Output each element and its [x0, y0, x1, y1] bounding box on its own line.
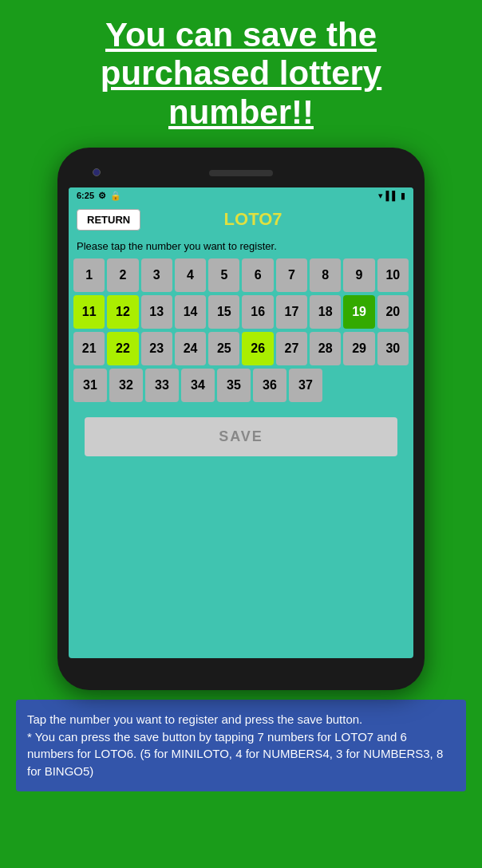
- header-line2: purchased lottery: [101, 54, 381, 92]
- num-cell-19[interactable]: 19: [343, 295, 374, 329]
- num-cell-12[interactable]: 12: [107, 295, 138, 329]
- return-button[interactable]: RETURN: [77, 209, 140, 231]
- num-cell-1[interactable]: 1: [73, 258, 105, 292]
- phone-screen: 6:25 ⚙ 🔒 ▾ ▌▌ ▮ RETURN LOTO7 Please tap …: [69, 187, 413, 658]
- grid-row-4: 31323334353637: [73, 369, 409, 402]
- lock-icon: 🔒: [110, 191, 121, 201]
- grid-row-1: 12345678910: [73, 258, 409, 292]
- num-cell-11[interactable]: 11: [73, 295, 105, 329]
- num-cell-34[interactable]: 34: [181, 369, 215, 402]
- num-cell-2[interactable]: 2: [107, 258, 138, 292]
- status-time: 6:25: [77, 191, 94, 200]
- num-cell-35[interactable]: 35: [217, 369, 251, 402]
- num-cell-18[interactable]: 18: [310, 295, 341, 329]
- num-cell-14[interactable]: 14: [175, 295, 206, 329]
- phone-speaker: [209, 170, 273, 176]
- save-button[interactable]: SAVE: [85, 417, 397, 456]
- app-title: LOTO7: [148, 209, 405, 230]
- num-cell-7[interactable]: 7: [276, 258, 307, 292]
- signal-bars: ▌▌: [385, 191, 398, 200]
- header-line1: You can save the: [105, 16, 377, 53]
- num-cell-10[interactable]: 10: [377, 258, 409, 292]
- header-line3: number!!: [168, 93, 314, 131]
- num-cell-24[interactable]: 24: [175, 332, 206, 365]
- instruction-text: Please tap the number you want to regist…: [69, 235, 413, 255]
- status-right: ▾ ▌▌ ▮: [378, 191, 405, 201]
- num-cell-25[interactable]: 25: [208, 332, 239, 365]
- num-cell-4[interactable]: 4: [175, 258, 206, 292]
- num-cell-26[interactable]: 26: [242, 332, 273, 365]
- num-cell-36[interactable]: 36: [253, 369, 286, 402]
- num-cell-17[interactable]: 17: [276, 295, 307, 329]
- settings-icon: ⚙: [98, 191, 106, 201]
- num-cell-28[interactable]: 28: [310, 332, 341, 365]
- num-cell-13[interactable]: 13: [141, 295, 172, 329]
- battery-icon: ▮: [401, 191, 405, 201]
- num-cell-37[interactable]: 37: [289, 369, 322, 402]
- num-cell-16[interactable]: 16: [242, 295, 273, 329]
- info-box-text: Tap the number you want to register and …: [27, 711, 455, 780]
- number-grid: 1234567891011121314151617181920212223242…: [69, 255, 413, 405]
- num-cell-31[interactable]: 31: [73, 369, 107, 402]
- num-cell-33[interactable]: 33: [145, 369, 179, 402]
- num-cell-23[interactable]: 23: [141, 332, 172, 365]
- num-cell-5[interactable]: 5: [208, 258, 239, 292]
- phone-camera: [93, 168, 101, 176]
- num-cell-8[interactable]: 8: [310, 258, 341, 292]
- app-header: RETURN LOTO7: [69, 204, 413, 235]
- phone-top-bar: [69, 162, 413, 184]
- status-left: 6:25 ⚙ 🔒: [77, 191, 121, 201]
- header-title: You can save the purchased lottery numbe…: [0, 0, 482, 140]
- status-bar: 6:25 ⚙ 🔒 ▾ ▌▌ ▮: [69, 187, 413, 204]
- phone-wrapper: 6:25 ⚙ 🔒 ▾ ▌▌ ▮ RETURN LOTO7 Please tap …: [0, 148, 482, 690]
- num-cell-9[interactable]: 9: [343, 258, 374, 292]
- num-cell-22[interactable]: 22: [107, 332, 138, 365]
- num-cell-21[interactable]: 21: [73, 332, 105, 365]
- wifi-icon: ▾: [378, 191, 383, 201]
- phone-device: 6:25 ⚙ 🔒 ▾ ▌▌ ▮ RETURN LOTO7 Please tap …: [57, 148, 425, 690]
- phone-bottom: [69, 663, 413, 679]
- num-cell-27[interactable]: 27: [276, 332, 307, 365]
- grid-row-2: 11121314151617181920: [73, 295, 409, 329]
- num-cell-32[interactable]: 32: [109, 369, 143, 402]
- num-cell-20[interactable]: 20: [377, 295, 409, 329]
- num-cell-3[interactable]: 3: [141, 258, 172, 292]
- num-cell-30[interactable]: 30: [377, 332, 409, 365]
- grid-row-3: 21222324252627282930: [73, 332, 409, 365]
- info-box: Tap the number you want to register and …: [16, 700, 466, 791]
- num-cell-15[interactable]: 15: [208, 295, 239, 329]
- num-cell-29[interactable]: 29: [343, 332, 374, 365]
- save-area: SAVE: [69, 405, 413, 468]
- num-cell-6[interactable]: 6: [242, 258, 273, 292]
